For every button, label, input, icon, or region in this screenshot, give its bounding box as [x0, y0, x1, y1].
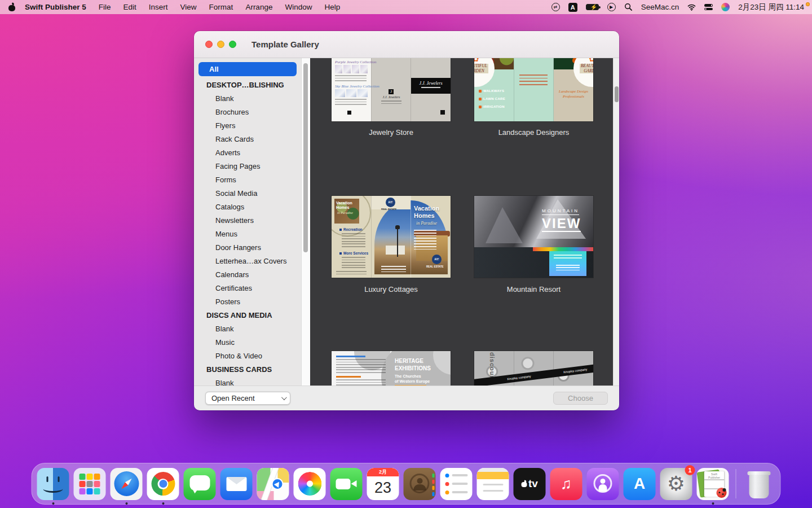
menu-insert[interactable]: Insert	[149, 3, 168, 11]
dock-photos[interactable]	[294, 468, 326, 500]
template-card-jewelry-store[interactable]: Purple Jewelry Collection Sky Blue Jewel…	[332, 58, 451, 121]
zoom-button[interactable]	[229, 41, 236, 48]
template-label-jewelry-store: Jewelry Store	[332, 128, 451, 137]
sidebar-item-brochures[interactable]: Brochures	[194, 106, 301, 119]
sidebar-item-door-hangers[interactable]: Door Hangers	[194, 241, 301, 255]
dock-contacts[interactable]	[404, 468, 436, 500]
sidebar-item-facing-pages[interactable]: Facing Pages	[194, 160, 301, 173]
choose-button[interactable]: Choose	[553, 392, 608, 405]
recreation-heading: Recreation	[339, 227, 363, 231]
spotlight-search-icon[interactable]	[624, 3, 633, 11]
heritage-subtitle: The Churches of Western Europe	[395, 374, 430, 384]
menu-window[interactable]: Window	[285, 3, 312, 11]
template-card-discount-office[interactable]: discount Knopka company Knopka company D…	[474, 351, 593, 386]
sidebar-item-photo-video[interactable]: Photo & Video	[194, 349, 301, 363]
wifi-icon[interactable]	[687, 3, 696, 11]
dock-facetime[interactable]	[330, 468, 363, 500]
dock-music[interactable]: ♫	[550, 468, 582, 500]
template-card-luxury-cottages[interactable]: RE REAL ESTATE Vacation Homes in Paradis…	[332, 196, 451, 278]
safari-icon	[111, 468, 143, 500]
landscape-tagline: Landscape Design Professionals	[557, 89, 590, 100]
traffic-lights	[194, 41, 236, 48]
sidebar-scrollbar[interactable]	[301, 58, 310, 386]
dock-tv[interactable]: tv	[514, 468, 546, 500]
close-button[interactable]	[205, 41, 213, 48]
dock-notes[interactable]	[477, 468, 509, 500]
sidebar-item-menus[interactable]: Menus	[194, 227, 301, 241]
menu-help[interactable]: Help	[324, 3, 340, 11]
dock-launchpad[interactable]	[74, 468, 106, 500]
dock-trash[interactable]	[743, 468, 775, 500]
heritage-title: HERITAGE EXHIBITIONS	[395, 358, 431, 372]
maps-icon	[257, 468, 289, 500]
chrome-icon	[147, 468, 179, 500]
sidebar-item-posters[interactable]: Posters	[194, 295, 301, 309]
sidebar-item-blank[interactable]: Blank	[194, 92, 301, 106]
sidebar-item-catalogs[interactable]: Catalogs	[194, 200, 301, 214]
dock-reminders[interactable]	[440, 468, 473, 500]
battery-charging-icon[interactable]: ⚡	[586, 4, 599, 10]
dock-appstore[interactable]: A	[624, 468, 656, 500]
template-card-heritage-exhibitions[interactable]: HERITAGE EXHIBITIONS The Churches of Wes…	[332, 351, 451, 386]
sidebar-item-flyers[interactable]: Flyers	[194, 119, 301, 133]
vacation-homes-title: Vacation Homes	[414, 205, 451, 219]
sidebar-item-music[interactable]: Music	[194, 336, 301, 349]
sidebar-item-forms[interactable]: Forms	[194, 173, 301, 187]
template-label-landscape-designers: Landscape Designers	[474, 128, 593, 137]
dock-podcasts[interactable]	[587, 468, 619, 500]
real-estate-logo: RE	[432, 255, 442, 264]
siri-icon[interactable]	[721, 3, 730, 11]
cyan-info-panel	[549, 251, 586, 276]
dock-chrome[interactable]	[147, 468, 179, 500]
control-center-icon[interactable]	[704, 4, 713, 10]
dock-maps[interactable]	[257, 468, 289, 500]
jewelry-brand-small: J.J. Jewelers	[378, 95, 405, 99]
window-body: AllDESKTOP…BLISHINGBlankBrochuresFlyersR…	[194, 58, 619, 386]
menu-format[interactable]: Format	[209, 3, 233, 11]
trash-icon	[743, 468, 775, 500]
sidebar-item-adverts[interactable]: Adverts	[194, 146, 301, 160]
dock-settings[interactable]: ⚙1	[660, 468, 692, 500]
sidebar-item-letterhea-ax-covers[interactable]: Letterhea…ax Covers	[194, 255, 301, 268]
apple-menu-icon[interactable]	[8, 3, 16, 12]
template-label-mountain-resort: Mountain Resort	[474, 285, 593, 294]
reminders-icon	[440, 468, 473, 500]
swift-publisher-icon: Swift Publisher	[697, 468, 729, 500]
sidebar-item-blank[interactable]: Blank	[194, 376, 301, 386]
jewelry-collection-title-2: Sky Blue Jewelry Collection	[335, 84, 379, 89]
template-gallery-window: Template Gallery AllDESKTOP…BLISHINGBlan…	[194, 31, 619, 410]
template-card-mountain-resort[interactable]: MOUNTAIN VIEW	[474, 196, 593, 278]
sidebar-item-blank[interactable]: Blank	[194, 322, 301, 336]
template-card-landscape-designers[interactable]: ✿ BEAUTIFUL GARDEN ✿ BEAUTIFUL GARDEN WA…	[474, 58, 593, 121]
dock-safari[interactable]	[111, 468, 143, 500]
sidebar-item-rack-cards[interactable]: Rack Cards	[194, 133, 301, 146]
sidebar-item-social-media[interactable]: Social Media	[194, 187, 301, 200]
sidebar-item-newsletters[interactable]: Newsletters	[194, 214, 301, 227]
real-estate-logo: RE	[386, 198, 395, 207]
now-playing-icon[interactable]: ▶	[607, 3, 616, 11]
sidebar-item-certificates[interactable]: Certificates	[194, 282, 301, 295]
dock-swift-publisher[interactable]: Swift Publisher	[697, 468, 729, 500]
menu-file[interactable]: File	[99, 3, 111, 11]
menu-bar-status: ⇄ A ⚡ ▶ SeeMac.cn 2月23日 周四 11:14	[551, 2, 812, 12]
menu-bar-clock[interactable]: 2月23日 周四 11:14	[738, 2, 804, 12]
window-titlebar[interactable]: Template Gallery	[194, 31, 619, 58]
active-app-name[interactable]: Swift Publisher 5	[25, 3, 86, 11]
grid-scrollbar[interactable]	[613, 58, 619, 386]
minimize-button[interactable]	[217, 41, 224, 48]
sidebar-item-calendars[interactable]: Calendars	[194, 268, 301, 282]
dock-mail[interactable]	[220, 468, 253, 500]
menu-edit[interactable]: Edit	[123, 3, 136, 11]
input-source-icon[interactable]: A	[568, 3, 577, 12]
open-recent-dropdown[interactable]: Open Recent	[205, 392, 290, 405]
vpn-status-label[interactable]: SeeMac.cn	[641, 3, 679, 11]
dock-finder[interactable]	[37, 468, 69, 500]
menu-arrange[interactable]: Arrange	[245, 3, 272, 11]
grid-scrollbar-thumb[interactable]	[615, 86, 619, 102]
dock-calendar[interactable]: 2月23	[367, 468, 399, 500]
dock-messages[interactable]	[184, 468, 216, 500]
menu-view[interactable]: View	[180, 3, 197, 11]
sidebar-item-all[interactable]: All	[198, 62, 297, 76]
switch-accounts-icon[interactable]: ⇄	[551, 3, 560, 11]
sidebar-scrollbar-thumb[interactable]	[303, 63, 308, 252]
